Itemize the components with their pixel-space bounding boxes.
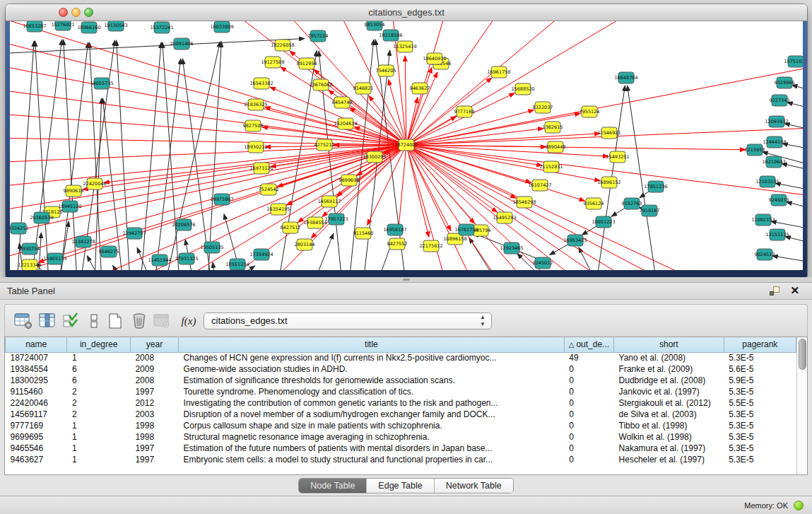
column-header-year[interactable]: year	[130, 337, 178, 352]
graph-node[interactable]: 12923465	[500, 243, 523, 254]
show-columns-icon[interactable]	[37, 311, 57, 331]
network-graph[interactable]: 1872400718226058191275081654338221836325…	[10, 21, 803, 270]
graph-node[interactable]: 9146821	[353, 83, 374, 94]
graph-node[interactable]: 20091406	[170, 38, 193, 49]
graph-node[interactable]: 7546205	[376, 65, 396, 76]
graph-node[interactable]: 9329966	[775, 77, 795, 88]
column-header-out_degree[interactable]: △out_de...	[564, 337, 613, 352]
graph-node[interactable]: 16543382	[249, 78, 273, 89]
row-height-icon[interactable]	[84, 311, 104, 331]
table-selector-dropdown[interactable]: citations_edges.txt ▲▼	[204, 313, 492, 329]
graph-node[interactable]: 12103135	[755, 176, 779, 187]
graph-node[interactable]: 18551234	[225, 259, 249, 270]
graph-node[interactable]: 15372241	[150, 22, 173, 33]
graph-node[interactable]: 16648784	[614, 72, 637, 83]
graph-node[interactable]: 4275212	[314, 139, 335, 151]
panel-splitter[interactable]	[0, 277, 812, 282]
graph-node[interactable]: 9227343	[770, 95, 790, 106]
graph-node[interactable]: 13505135	[200, 242, 223, 253]
graph-node[interactable]: 8813054	[365, 21, 385, 30]
graph-node[interactable]: 8454749	[332, 97, 353, 108]
graph-node[interactable]: 11082153	[751, 214, 775, 226]
graph-node[interactable]: 9245012	[533, 257, 553, 269]
graph-node[interactable]: 9115460	[353, 228, 374, 239]
tab-node-table[interactable]: Node Table	[299, 479, 367, 493]
tab-edge-table[interactable]: Edge Table	[367, 479, 434, 493]
graph-node[interactable]: 9546275	[99, 246, 119, 257]
graph-node[interactable]: 19218586	[379, 30, 402, 41]
select-all-icon[interactable]	[61, 311, 81, 331]
column-header-title[interactable]: title	[179, 337, 565, 352]
graph-node[interactable]: 12444158	[763, 136, 786, 148]
graph-node[interactable]: 15688520	[511, 83, 534, 95]
graph-node[interactable]: 12093832	[765, 116, 788, 127]
tab-network-table[interactable]: Network Table	[435, 479, 513, 493]
graph-node[interactable]: 17851236	[644, 181, 667, 192]
graph-node[interactable]: 7857224	[308, 30, 329, 42]
graph-node[interactable]: 8322037	[533, 102, 553, 113]
graph-node[interactable]: 18546298	[512, 197, 536, 208]
table-row[interactable]: 1938455462009Genome-wide association stu…	[6, 363, 796, 375]
graph-node[interactable]: 16896152	[597, 177, 620, 188]
graph-node[interactable]: 8912954	[297, 58, 317, 69]
graph-node[interactable]: 15493251	[606, 151, 629, 163]
graph-node[interactable]: 7955124	[579, 106, 600, 117]
graph-node[interactable]: 9699695	[339, 175, 360, 186]
graph-node[interactable]: 8427552	[387, 238, 408, 250]
graph-node[interactable]: 18226058	[271, 40, 294, 51]
graph-node[interactable]: 15495293	[493, 212, 516, 223]
graph-node[interactable]: 23676068	[309, 79, 332, 90]
graph-node[interactable]: 9356124	[584, 198, 604, 209]
table-row[interactable]: 946554611997Estimation of the future num…	[6, 443, 796, 454]
network-window-titlebar[interactable]: citations_edges.txt	[6, 4, 807, 21]
table-row[interactable]: 1456911722003Disruption of a novel membe…	[6, 409, 796, 420]
table-row[interactable]: 911546021997Tourette syndrome. Phenomeno…	[6, 386, 796, 397]
column-header-in_degree[interactable]: in_degree	[67, 337, 131, 352]
column-header-short[interactable]: short	[614, 337, 724, 352]
scrollbar-thumb[interactable]	[799, 339, 806, 370]
graph-node[interactable]: 9245033	[769, 194, 789, 206]
node-table[interactable]: namein_degreeyeartitle△out_de...shortpag…	[5, 337, 796, 465]
graph-node[interactable]: 13153135	[765, 229, 789, 240]
graph-node[interactable]: 9890448	[546, 141, 566, 153]
network-canvas[interactable]: 1872400718226058191275081654338221836325…	[10, 21, 803, 270]
graph-node[interactable]: 2803144	[295, 239, 315, 250]
graph-node[interactable]: 17359924	[249, 249, 273, 260]
graph-node[interactable]: 16958187	[383, 224, 406, 235]
graph-node[interactable]: 8215958	[745, 144, 765, 156]
graph-node[interactable]: 16953425	[563, 235, 587, 246]
graph-node[interactable]: 10653287	[23, 21, 46, 32]
table-row[interactable]: 1830029562008Estimation of significance …	[6, 375, 796, 386]
column-header-name[interactable]: name	[6, 337, 67, 352]
graph-node[interactable]: 9334251	[10, 223, 28, 234]
graph-node[interactable]: 21152831	[539, 161, 563, 173]
graph-node[interactable]: 16210643	[762, 156, 785, 168]
graph-node[interactable]: 18130543	[104, 21, 127, 31]
graph-node[interactable]: 9463627	[410, 83, 430, 94]
column-header-pagerank[interactable]: pagerank	[724, 337, 796, 352]
delete-table-icon[interactable]	[129, 311, 149, 331]
graph-node[interactable]: 16961758	[487, 66, 510, 78]
memory-ok-indicator-icon[interactable]	[794, 501, 804, 510]
graph-node[interactable]: 19127508	[261, 57, 284, 68]
table-row[interactable]: 946362711997Embryonic stem cells: a mode…	[6, 454, 796, 465]
table-row[interactable]: 1872400712008Changes of HCN gene express…	[6, 352, 796, 363]
graph-node[interactable]: 8930754	[20, 243, 40, 255]
graph-node[interactable]: 16033809	[210, 21, 233, 33]
table-vertical-scrollbar[interactable]	[796, 337, 807, 474]
table-row[interactable]: 2242004622012Investigating the contribut…	[6, 397, 796, 409]
function-builder-icon[interactable]: f(x)	[179, 311, 199, 331]
graph-node[interactable]: 1362615	[543, 122, 563, 133]
close-panel-icon[interactable]: ✕	[790, 284, 799, 297]
table-row[interactable]: 977716911998Corpus callosum shape and si…	[6, 420, 796, 431]
graph-node[interactable]: 7524542	[259, 184, 279, 195]
graph-node[interactable]: 8427512	[281, 222, 301, 233]
graph-node[interactable]: 18051223	[592, 216, 615, 228]
graph-node[interactable]: 15276021	[51, 21, 74, 30]
graph-node[interactable]: 18966160	[77, 22, 100, 33]
graph-node[interactable]: 9024513	[755, 249, 775, 260]
graph-node[interactable]: 17957223	[324, 214, 348, 225]
graph-node[interactable]: 22175612	[419, 240, 442, 252]
table-row[interactable]: 969969511998Structural magnetic resonanc…	[6, 431, 796, 443]
table-options-icon[interactable]	[13, 311, 33, 331]
